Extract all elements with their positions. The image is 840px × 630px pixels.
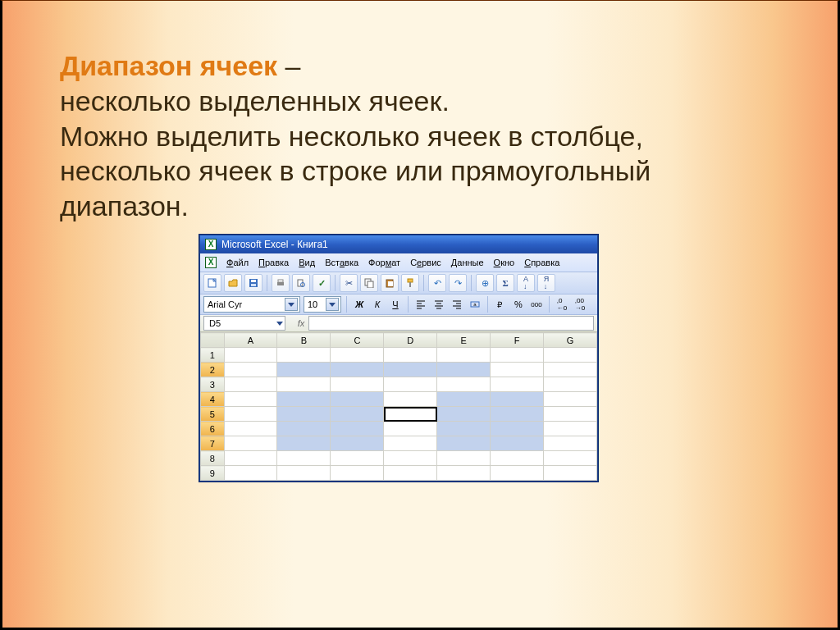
menu-data[interactable]: Данные bbox=[451, 258, 484, 267]
col-header[interactable]: B bbox=[277, 333, 331, 348]
cell[interactable] bbox=[224, 422, 277, 436]
cut-icon[interactable]: ✂ bbox=[340, 274, 358, 292]
cell[interactable] bbox=[331, 348, 384, 363]
cell[interactable] bbox=[277, 451, 331, 466]
font-size-combo[interactable]: 10 bbox=[304, 296, 341, 313]
italic-button[interactable]: К bbox=[370, 297, 385, 312]
paste-icon[interactable] bbox=[381, 274, 399, 292]
worksheet-grid[interactable]: A B C D E F G 123456789 bbox=[200, 332, 597, 481]
currency-button[interactable]: ₽ bbox=[493, 297, 508, 312]
cell[interactable] bbox=[331, 407, 384, 422]
cell[interactable] bbox=[491, 348, 544, 363]
select-all-corner[interactable] bbox=[201, 333, 225, 348]
cell[interactable] bbox=[544, 407, 597, 422]
cell[interactable] bbox=[331, 377, 384, 392]
cell[interactable] bbox=[384, 407, 437, 422]
underline-button[interactable]: Ч bbox=[388, 297, 403, 312]
cell[interactable] bbox=[224, 348, 277, 363]
col-header[interactable]: C bbox=[331, 333, 384, 348]
name-box[interactable]: D5 bbox=[203, 316, 285, 331]
align-center-icon[interactable] bbox=[431, 297, 446, 312]
cell[interactable] bbox=[331, 422, 384, 436]
cell[interactable] bbox=[384, 466, 437, 481]
cell[interactable] bbox=[491, 436, 544, 451]
cell[interactable] bbox=[277, 422, 331, 436]
col-header[interactable]: F bbox=[491, 333, 544, 348]
redo-icon[interactable]: ↷ bbox=[449, 274, 467, 292]
cell[interactable] bbox=[224, 363, 277, 377]
cell[interactable] bbox=[437, 363, 491, 377]
font-combo[interactable]: Arial Cyr bbox=[203, 296, 300, 313]
undo-icon[interactable]: ↶ bbox=[428, 274, 446, 292]
cell[interactable] bbox=[224, 436, 277, 451]
row-header[interactable]: 9 bbox=[201, 466, 225, 481]
cell[interactable] bbox=[384, 422, 437, 436]
format-painter-icon[interactable] bbox=[401, 274, 419, 292]
col-header[interactable]: E bbox=[437, 333, 491, 348]
align-right-icon[interactable] bbox=[450, 297, 464, 312]
formula-input[interactable] bbox=[308, 316, 594, 331]
row-header[interactable]: 1 bbox=[201, 348, 225, 363]
cell[interactable] bbox=[277, 363, 331, 377]
row-header[interactable]: 3 bbox=[201, 377, 225, 392]
row-header[interactable]: 4 bbox=[201, 392, 225, 407]
cell[interactable] bbox=[384, 392, 437, 407]
menu-tools[interactable]: Сервис bbox=[410, 258, 441, 267]
cell[interactable] bbox=[491, 392, 544, 407]
cell[interactable] bbox=[437, 466, 491, 481]
sort-desc-icon[interactable]: Я↓ bbox=[537, 274, 555, 292]
merge-center-icon[interactable]: a bbox=[468, 297, 482, 312]
cell[interactable] bbox=[224, 377, 277, 392]
decrease-decimal-button[interactable]: ,00→0 bbox=[573, 297, 587, 312]
cell[interactable] bbox=[437, 377, 491, 392]
cell[interactable] bbox=[491, 466, 544, 481]
cell[interactable] bbox=[277, 348, 331, 363]
spellcheck-icon[interactable]: ✓ bbox=[313, 274, 331, 292]
menu-format[interactable]: Формат bbox=[368, 258, 400, 267]
menu-window[interactable]: Окно bbox=[494, 258, 515, 267]
row-header[interactable]: 6 bbox=[201, 422, 225, 436]
cell[interactable] bbox=[331, 392, 384, 407]
cell[interactable] bbox=[491, 451, 544, 466]
col-header[interactable]: A bbox=[224, 333, 277, 348]
align-left-icon[interactable] bbox=[413, 297, 428, 312]
cell[interactable] bbox=[437, 392, 491, 407]
cell[interactable] bbox=[491, 377, 544, 392]
cell[interactable] bbox=[224, 466, 277, 481]
row-header[interactable]: 2 bbox=[201, 363, 225, 377]
cell[interactable] bbox=[437, 348, 491, 363]
cell[interactable] bbox=[277, 466, 331, 481]
cell[interactable] bbox=[331, 451, 384, 466]
menu-edit[interactable]: Правка bbox=[258, 258, 289, 267]
cell[interactable] bbox=[544, 392, 597, 407]
cell[interactable] bbox=[224, 407, 277, 422]
cell[interactable] bbox=[384, 436, 437, 451]
cell[interactable] bbox=[277, 407, 331, 422]
col-header[interactable]: G bbox=[544, 333, 597, 348]
cell[interactable] bbox=[224, 451, 277, 466]
copy-icon[interactable] bbox=[360, 274, 378, 292]
cell[interactable] bbox=[384, 363, 437, 377]
comma-button[interactable]: 000 bbox=[529, 297, 544, 312]
sort-asc-icon[interactable]: А↓ bbox=[517, 274, 535, 292]
cell[interactable] bbox=[331, 466, 384, 481]
col-header[interactable]: D bbox=[384, 333, 437, 348]
new-doc-icon[interactable] bbox=[203, 274, 221, 292]
cell[interactable] bbox=[277, 392, 331, 407]
cell[interactable] bbox=[277, 377, 331, 392]
bold-button[interactable]: Ж bbox=[352, 297, 367, 312]
cell[interactable] bbox=[544, 348, 597, 363]
cell[interactable] bbox=[277, 436, 331, 451]
cell[interactable] bbox=[544, 363, 597, 377]
cell[interactable] bbox=[491, 363, 544, 377]
cell[interactable] bbox=[491, 407, 544, 422]
cell[interactable] bbox=[544, 436, 597, 451]
row-header[interactable]: 8 bbox=[201, 451, 225, 466]
hyperlink-icon[interactable]: ⊕ bbox=[476, 274, 494, 292]
row-header[interactable]: 5 bbox=[201, 407, 225, 422]
cell[interactable] bbox=[544, 466, 597, 481]
cell[interactable] bbox=[437, 407, 491, 422]
cell[interactable] bbox=[224, 392, 277, 407]
menu-insert[interactable]: Вставка bbox=[325, 258, 358, 267]
cell[interactable] bbox=[384, 451, 437, 466]
